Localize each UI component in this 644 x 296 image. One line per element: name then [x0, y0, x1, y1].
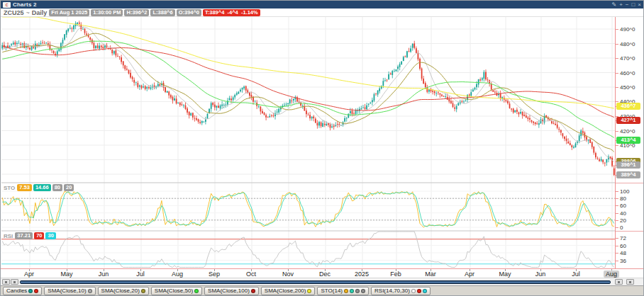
- toolbar-button-label: RSI(14,70,30): [374, 288, 410, 294]
- study-value-badge: 70: [34, 232, 44, 239]
- study-color-dot: [28, 289, 33, 293]
- toolbar-button-rsi-14-70-30[interactable]: RSI(14,70,30): [371, 287, 431, 295]
- month-label: 2025: [355, 271, 369, 278]
- chart-plot-area[interactable]: [1, 17, 615, 268]
- axis-tick: [616, 261, 618, 261]
- toolbar-button-label: Candles: [6, 288, 27, 294]
- toolbar-button-label: SMA(Close,200): [265, 288, 306, 294]
- axis-tick: [616, 145, 618, 146]
- axis-tick-label: 72: [620, 235, 626, 241]
- axis-tick-label: 420^0: [620, 128, 635, 135]
- month-label: Mar: [425, 271, 436, 278]
- month-label: Aug: [172, 271, 183, 278]
- ohlc-info-badge: L:388^6: [150, 9, 174, 16]
- rsi-badges: 37.217030: [15, 232, 55, 239]
- month-label: Oct: [246, 271, 256, 278]
- axis-tick: [616, 227, 618, 228]
- axis-tick-label: 0: [620, 224, 623, 231]
- window-controls: ✎+−□×: [611, 1, 641, 8]
- axis-tick: [616, 73, 618, 74]
- study-value-badge: 7.53: [17, 184, 32, 191]
- month-label: Apr: [465, 271, 474, 278]
- axis-tick-label: 60: [620, 243, 626, 249]
- sto-study-label[interactable]: STO 7.5314.668020: [4, 184, 74, 191]
- sto-name: STO: [4, 185, 15, 191]
- study-color-dot: [194, 289, 199, 293]
- axis-tick-label: 490^0: [620, 26, 635, 33]
- study-color-dot: [411, 289, 416, 293]
- charts-window: C Charts 2 ✎+−□× ZCU25 ~ Daily Fri Aug 1…: [0, 0, 644, 296]
- axis-tick: [616, 87, 618, 88]
- axis-tick: [616, 253, 618, 254]
- axis-tick-label: 460^0: [620, 70, 635, 76]
- study-value-badge: 80: [52, 184, 62, 191]
- month-label: Nov: [282, 271, 294, 278]
- axis-tick-label: 40: [620, 210, 626, 217]
- axis-tick: [616, 246, 618, 246]
- axis-tick-label: 20: [620, 217, 626, 224]
- minimize-icon[interactable]: −: [626, 1, 629, 8]
- study-color-dot: [88, 289, 92, 293]
- last-trade-badge: T:389^4 -4^4 -1.14%: [203, 9, 260, 16]
- hscroll-left-button-2[interactable]: [11, 279, 18, 285]
- axis-tick: [616, 131, 618, 132]
- period-label: Daily: [32, 9, 48, 16]
- month-label: Jul: [572, 271, 580, 278]
- toolbar-button-label: SMA(Close,100): [208, 288, 250, 294]
- study-color-dot: [361, 289, 365, 293]
- hscroll-right-button-1[interactable]: [615, 279, 623, 285]
- toolbar-button-label: SMA(Close,20): [101, 288, 140, 294]
- title-bar[interactable]: C Charts 2 ✎+−□×: [1, 1, 643, 8]
- hscroll-bar: [1, 278, 643, 285]
- study-color-dot: [350, 289, 354, 293]
- axis-tick: [616, 191, 618, 192]
- month-label: Apr: [24, 271, 34, 278]
- rsi-study-label[interactable]: RSI 37.217030: [4, 232, 56, 239]
- month-label: May: [499, 271, 511, 278]
- study-value-badge: 20: [64, 184, 74, 191]
- toolbar-button-candles[interactable]: Candles: [3, 287, 42, 295]
- axis-tick-label: 48: [620, 250, 626, 256]
- pane-separator: [616, 231, 644, 232]
- axis-tick-label: 80: [620, 195, 626, 202]
- window-title: Charts 2: [13, 1, 37, 8]
- month-label: Dec: [319, 271, 331, 278]
- month-label: Feb: [390, 271, 401, 278]
- toolbar-button-label: STO(14): [321, 288, 343, 294]
- toolbar-button-sma-close-20[interactable]: SMA(Close,20): [98, 287, 149, 295]
- price-axis[interactable]: 490^0480^0470^0460^0450^0440^0430^0420^0…: [615, 17, 644, 268]
- toolbar-button-sma-close-200[interactable]: SMA(Close,200): [261, 287, 316, 295]
- hscroll-right-button-2[interactable]: [626, 279, 634, 285]
- ohlc-info-badge: H:396^2: [124, 9, 149, 16]
- sto-badges: 7.5314.668020: [17, 184, 74, 191]
- axis-tick: [616, 213, 618, 214]
- price-level-badge: 436^7: [616, 103, 640, 110]
- toolbar-button-sto-14[interactable]: STO(14): [317, 287, 369, 295]
- dock-icon[interactable]: +: [619, 1, 623, 8]
- axis-tick-label: 100: [620, 188, 629, 195]
- chart-header: ZCU25 ~ Daily Fri Aug 1 20251:30:00 PMH:…: [1, 8, 643, 17]
- header-badges: Fri Aug 1 20251:30:00 PMH:396^2L:388^6O:…: [49, 9, 260, 16]
- symbol-label: ZCU25: [4, 9, 24, 16]
- edit-icon[interactable]: ✎: [611, 1, 616, 8]
- close-icon[interactable]: ×: [638, 1, 641, 8]
- axis-tick-label: 470^0: [620, 55, 635, 62]
- axis-tick: [616, 220, 618, 221]
- cqg-logo-icon: C: [3, 2, 11, 8]
- axis-tick: [616, 238, 618, 239]
- toolbar-button-sma-close-50[interactable]: SMA(Close,50): [151, 287, 202, 295]
- hscroll-left-button-1[interactable]: [2, 279, 10, 285]
- price-level-badge: 427^1: [616, 117, 640, 124]
- study-color-dot: [251, 289, 255, 293]
- axis-tick: [616, 198, 618, 199]
- symbol-period-separator: ~: [26, 9, 30, 16]
- toolbar-button-sma-close-100[interactable]: SMA(Close,100): [204, 287, 259, 295]
- hscroll-thumb[interactable]: [20, 280, 611, 284]
- ohlc-info-badge: O:394^0: [177, 9, 201, 16]
- axis-tick: [616, 58, 618, 59]
- time-axis[interactable]: AprMayJunJulAugSepOctNovDec2025FebMarApr…: [1, 268, 643, 278]
- month-label: Aug: [604, 271, 619, 278]
- axis-tick: [616, 101, 618, 102]
- restore-icon[interactable]: □: [631, 1, 635, 8]
- toolbar-button-sma-close-10[interactable]: SMA(Close,10): [44, 287, 95, 295]
